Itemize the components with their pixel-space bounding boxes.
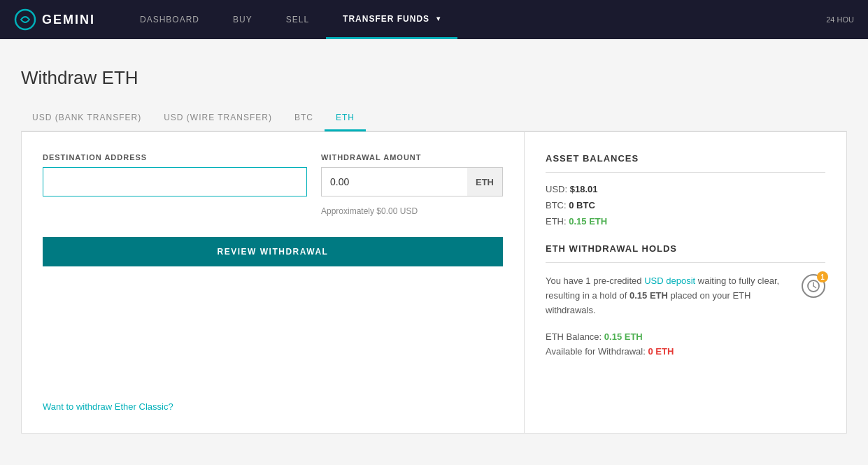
tab-usd-wire[interactable]: USD (WIRE TRANSFER) (152, 106, 283, 131)
holds-section: ETH WITHDRAWAL HOLDS You have 1 pre-cred… (546, 243, 825, 357)
tab-eth[interactable]: ETH (325, 106, 366, 131)
holds-desc-bold: 0.15 ETH (629, 290, 668, 301)
ether-classic-link[interactable]: Want to withdraw Ether Classic? (43, 373, 503, 412)
chevron-down-icon: ▾ (436, 15, 441, 22)
holds-row: You have 1 pre-credited USD deposit wait… (546, 274, 825, 317)
nav-buy[interactable]: BUY (216, 0, 269, 39)
destination-group: DESTINATION ADDRESS (43, 153, 307, 216)
page-container: Withdraw ETH USD (BANK TRANSFER) USD (WI… (0, 39, 868, 455)
clock-badge: 1 (802, 274, 825, 298)
amount-suffix: ETH (467, 167, 503, 196)
eth-holds-balance-label: ETH Balance: (546, 331, 602, 342)
amount-label: WITHDRAWAL AMOUNT (321, 153, 503, 162)
btc-balance-row: BTC: 0 BTC (546, 200, 825, 210)
divider (546, 172, 825, 173)
eth-balance-row: ETH: 0.15 ETH (546, 216, 825, 227)
holds-description: You have 1 pre-credited USD deposit wait… (546, 274, 793, 317)
btc-value: 0 BTC (569, 200, 595, 210)
holds-title: ETH WITHDRAWAL HOLDS (546, 243, 825, 254)
svg-line-3 (813, 286, 816, 288)
usd-balance-row: USD: $18.01 (546, 184, 825, 194)
gemini-logo-icon (14, 8, 36, 31)
eth-available-row: Available for Withdrawal: 0 ETH (546, 346, 825, 357)
eth-holds-balance: ETH Balance: 0.15 ETH Available for With… (546, 331, 825, 357)
notification-badge: 1 (817, 271, 828, 282)
usd-label: USD: (546, 184, 567, 194)
holds-desc-prefix: You have 1 pre-credited (546, 276, 644, 286)
form-row: DESTINATION ADDRESS WITHDRAWAL AMOUNT ET… (43, 153, 503, 216)
svg-point-0 (15, 10, 35, 29)
holds-deposit-link[interactable]: USD deposit (644, 276, 695, 286)
content-area: DESTINATION ADDRESS WITHDRAWAL AMOUNT ET… (21, 131, 847, 434)
tabs-container: USD (BANK TRANSFER) USD (WIRE TRANSFER) … (21, 106, 847, 131)
amount-group: WITHDRAWAL AMOUNT ETH Approximately $0.0… (321, 153, 503, 216)
logo[interactable]: GEMINI (14, 8, 95, 31)
amount-input[interactable] (321, 167, 467, 196)
tab-usd-bank[interactable]: USD (BANK TRANSFER) (21, 106, 152, 131)
nav-links: DASHBOARD BUY SELL TRANSFER FUNDS ▾ (123, 0, 457, 39)
nav-dashboard[interactable]: DASHBOARD (123, 0, 216, 39)
nav-right-text: 24 HOU (826, 15, 854, 24)
destination-address-input[interactable] (43, 167, 307, 196)
asset-balances-section: ASSET BALANCES USD: $18.01 BTC: 0 BTC ET… (546, 153, 825, 227)
asset-balances-title: ASSET BALANCES (546, 153, 825, 164)
holds-divider (546, 262, 825, 263)
approx-text: Approximately $0.00 USD (321, 206, 503, 216)
left-panel: DESTINATION ADDRESS WITHDRAWAL AMOUNT ET… (22, 132, 525, 433)
page-title: Withdraw ETH (21, 67, 847, 89)
navigation: GEMINI DASHBOARD BUY SELL TRANSFER FUNDS… (0, 0, 868, 39)
right-panel: ASSET BALANCES USD: $18.01 BTC: 0 BTC ET… (525, 132, 846, 433)
tab-btc[interactable]: BTC (283, 106, 325, 131)
eth-label: ETH: (546, 216, 567, 227)
review-withdrawal-button[interactable]: REVIEW WITHDRAWAL (43, 237, 503, 266)
eth-holds-balance-row: ETH Balance: 0.15 ETH (546, 331, 825, 342)
eth-available-value: 0 ETH (648, 346, 674, 357)
destination-label: DESTINATION ADDRESS (43, 153, 307, 162)
eth-available-label: Available for Withdrawal: (546, 346, 646, 357)
eth-holds-balance-value: 0.15 ETH (604, 331, 643, 342)
btc-label: BTC: (546, 200, 567, 210)
usd-value: $18.01 (570, 184, 598, 194)
eth-value: 0.15 ETH (569, 216, 607, 227)
nav-transfer-funds[interactable]: TRANSFER FUNDS ▾ (326, 0, 457, 39)
nav-sell[interactable]: SELL (269, 0, 326, 39)
logo-text: GEMINI (42, 13, 95, 27)
amount-wrapper: ETH (321, 167, 503, 196)
